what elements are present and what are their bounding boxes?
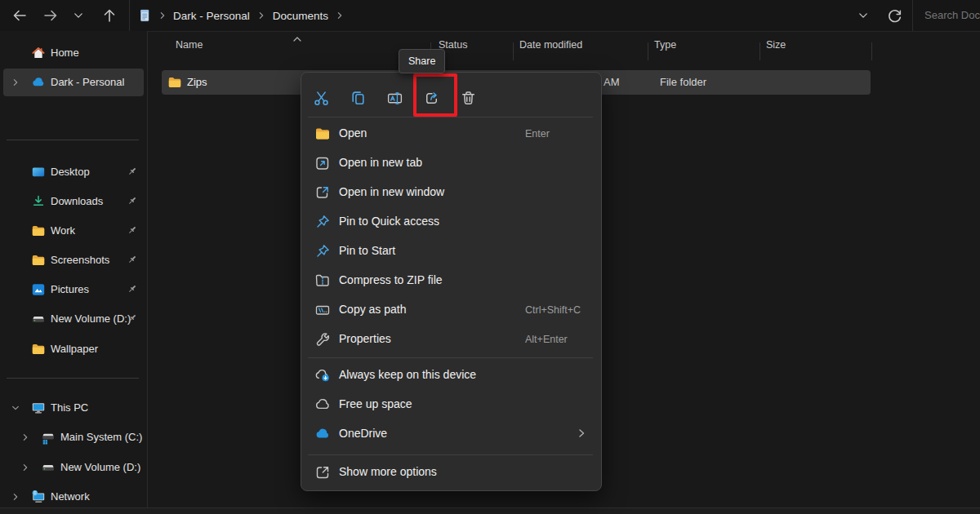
sidebar-item-label: Wallpaper [51,343,98,355]
back-button[interactable] [10,6,29,25]
show-more-options-icon [314,464,331,481]
sidebar-item-this-pc[interactable]: This PC [3,394,144,422]
sidebar-item-label: Screenshots [51,254,109,266]
refresh-icon [887,8,902,24]
address-dropdown-button[interactable] [853,6,873,25]
forward-arrow-icon [42,7,59,24]
menu-item-onedrive[interactable]: OneDrive [305,419,598,449]
wrench-icon [314,331,331,348]
chevron-right-icon[interactable] [11,78,20,86]
sidebar-item-main-system-c[interactable]: Main System (C:) [3,423,144,451]
desktop-icon [31,165,46,179]
navigation-pane: Home Dark - Personal Desktop [0,31,148,507]
sidebar-divider [7,378,139,379]
menu-item-compress-to-zip[interactable]: Compress to ZIP file [305,266,598,295]
pictures-icon [31,282,46,297]
onedrive-icon [31,75,46,90]
sidebar-item-home[interactable]: Home [3,39,144,67]
copy-button[interactable] [343,85,372,111]
sidebar-item-desktop[interactable]: Desktop [3,158,144,186]
column-header-type[interactable]: Type [654,39,676,64]
menu-item-show-more-options[interactable]: Show more options [305,458,598,487]
folder-icon [167,75,182,90]
up-button[interactable] [100,6,119,25]
sidebar-item-label: New Volume (D:) [60,461,140,473]
menu-item-open-in-new-tab[interactable]: Open in new tab [305,148,598,178]
column-header-size[interactable]: Size [766,39,786,64]
menu-item-label: OneDrive [339,427,387,440]
sidebar-item-downloads[interactable]: Downloads [3,188,144,215]
chevron-right-icon[interactable] [336,11,344,20]
menu-item-label: Open in new tab [339,156,422,169]
sidebar-item-label: This PC [51,401,88,414]
menu-item-open[interactable]: Open Enter [305,119,598,148]
file-name: Zips [187,76,207,88]
breadcrumb-item-documents[interactable]: Documents [273,10,328,22]
folder-icon [31,253,46,268]
search-input[interactable] [924,0,980,31]
menu-item-label: Always keep on this device [339,368,476,381]
menu-item-properties[interactable]: Properties Alt+Enter [305,325,598,354]
menu-item-always-keep-on-device[interactable]: Always keep on this device [305,361,598,390]
open-in-new-window-icon [314,184,331,201]
sidebar-item-new-volume-pinned[interactable]: New Volume (D:) [3,305,144,333]
pin-icon [126,165,139,178]
breadcrumb-item-drive[interactable]: Dark - Personal [173,10,250,22]
rename-button[interactable] [380,85,409,111]
column-divider[interactable] [871,42,872,60]
chevron-right-icon[interactable] [11,493,20,501]
menu-item-label: Free up space [339,397,412,410]
menu-item-open-in-new-window[interactable]: Open in new window [305,178,598,207]
menu-item-free-up-space[interactable]: Free up space [305,390,598,419]
chevron-right-icon[interactable] [257,11,265,20]
up-arrow-icon [101,7,118,24]
pin-icon [126,224,139,237]
submenu-chevron-icon [577,428,586,438]
cloud-icon [314,397,331,413]
sidebar-item-pictures[interactable]: Pictures [3,276,144,304]
refresh-button[interactable] [884,6,904,25]
menu-item-label: Copy as path [339,303,407,316]
copy-as-path-icon [314,302,331,318]
menu-item-shortcut: Ctrl+Shift+C [525,304,581,316]
sidebar-item-onedrive-personal[interactable]: Dark - Personal [3,69,144,96]
drive-icon [31,312,46,326]
menu-item-label: Open [339,126,367,140]
column-divider[interactable] [513,42,514,60]
recent-locations-button[interactable] [69,6,88,25]
sidebar-item-new-volume-d[interactable]: New Volume (D:) [3,454,144,481]
sidebar-item-label: New Volume (D:) [51,312,131,325]
sidebar-item-wallpaper[interactable]: Wallpaper [3,335,144,363]
open-folder-icon [314,126,331,142]
column-header-name[interactable]: Name [176,39,203,64]
sidebar-item-label: Dark - Personal [51,76,124,88]
menu-item-copy-as-path[interactable]: Copy as path Ctrl+Shift+C [305,295,598,325]
menu-item-pin-to-start[interactable]: Pin to Start [305,237,598,266]
chevron-down-icon [73,10,84,21]
sidebar-item-screenshots[interactable]: Screenshots [3,246,144,274]
chevron-right-icon[interactable] [21,463,29,472]
sidebar-item-label: Network [51,490,90,503]
copy-icon [350,90,367,107]
chevron-down-icon[interactable] [11,404,20,412]
cut-icon [313,90,330,107]
sidebar-item-work[interactable]: Work [3,217,144,245]
delete-button[interactable] [453,85,483,111]
pin-icon [126,194,139,207]
downloads-icon [31,194,46,209]
sidebar-item-label: Main System (C:) [60,431,142,443]
menu-item-label: Pin to Start [339,244,395,257]
column-divider[interactable] [648,42,648,60]
column-header-date-modified[interactable]: Date modified [519,39,582,64]
searchbox-divider [912,0,913,31]
drive-icon [41,460,56,475]
menu-item-pin-to-quick-access[interactable]: Pin to Quick access [305,207,598,237]
cut-button[interactable] [306,85,336,111]
column-divider[interactable] [760,42,760,60]
forward-button[interactable] [41,6,60,25]
navigation-bar: Dark - Personal Documents [0,0,980,32]
sidebar-item-network[interactable]: Network [3,483,144,511]
sidebar-item-label: Desktop [51,166,90,178]
share-highlight-box [413,73,457,117]
chevron-right-icon[interactable] [21,433,29,441]
